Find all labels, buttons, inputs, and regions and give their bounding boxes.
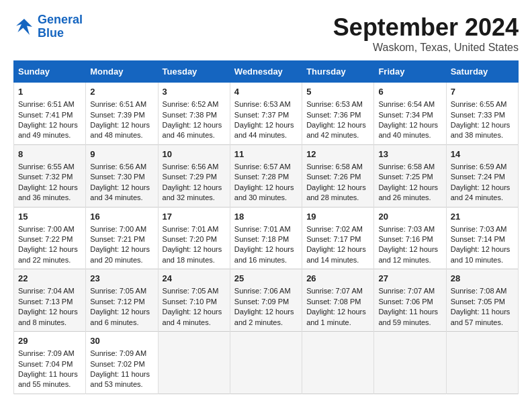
sunrise-label: Sunrise: 7:03 AM [378, 225, 435, 233]
empty-cell [158, 332, 230, 394]
day-cell-25: 25Sunrise: 7:06 AMSunset: 7:09 PMDayligh… [230, 269, 302, 332]
daylight-label: Daylight: 11 hours and 59 minutes. [378, 308, 438, 326]
day-cell-15: 15Sunrise: 7:00 AMSunset: 7:22 PMDayligh… [14, 207, 86, 269]
daylight-label: Daylight: 12 hours and 28 minutes. [306, 183, 366, 201]
sunrise-label: Sunrise: 6:56 AM [90, 163, 146, 171]
day-cell-5: 5Sunrise: 6:53 AMSunset: 7:36 PMDaylight… [302, 83, 374, 145]
sunset-label: Sunset: 7:30 PM [90, 173, 144, 181]
day-cell-30: 30Sunrise: 7:09 AMSunset: 7:02 PMDayligh… [86, 332, 158, 394]
day-number: 27 [378, 273, 441, 285]
day-number: 5 [306, 86, 369, 98]
daylight-label: Daylight: 12 hours and 6 minutes. [90, 308, 150, 326]
sunset-label: Sunset: 7:05 PM [451, 298, 505, 306]
col-friday: Friday [374, 61, 446, 83]
week-row-5: 29Sunrise: 7:09 AMSunset: 7:04 PMDayligh… [14, 332, 519, 394]
daylight-label: Daylight: 12 hours and 1 minute. [306, 308, 366, 326]
daylight-label: Daylight: 12 hours and 18 minutes. [163, 245, 222, 263]
daylight-label: Daylight: 12 hours and 32 minutes. [163, 183, 222, 201]
title-area: September 2024 Waskom, Texas, United Sta… [333, 13, 519, 54]
sunset-label: Sunset: 7:04 PM [18, 360, 73, 368]
day-number: 9 [90, 148, 153, 161]
day-number: 10 [163, 148, 226, 161]
day-number: 19 [306, 211, 369, 223]
sunrise-label: Sunrise: 7:08 AM [451, 287, 507, 295]
week-row-4: 22Sunrise: 7:04 AMSunset: 7:13 PMDayligh… [14, 269, 519, 332]
day-number: 26 [306, 273, 369, 285]
day-cell-21: 21Sunrise: 7:03 AMSunset: 7:14 PMDayligh… [446, 207, 518, 269]
day-cell-1: 1Sunrise: 6:51 AMSunset: 7:41 PMDaylight… [14, 83, 86, 145]
day-cell-2: 2Sunrise: 6:51 AMSunset: 7:39 PMDaylight… [86, 83, 158, 145]
col-saturday: Saturday [446, 61, 518, 83]
day-cell-17: 17Sunrise: 7:01 AMSunset: 7:20 PMDayligh… [158, 207, 230, 269]
daylight-label: Daylight: 12 hours and 38 minutes. [451, 121, 511, 139]
day-number: 12 [306, 148, 369, 161]
col-wednesday: Wednesday [230, 61, 302, 83]
day-cell-23: 23Sunrise: 7:05 AMSunset: 7:12 PMDayligh… [86, 269, 158, 332]
week-row-2: 8Sunrise: 6:55 AMSunset: 7:32 PMDaylight… [14, 144, 519, 207]
sunset-label: Sunset: 7:26 PM [306, 173, 361, 181]
day-number: 2 [90, 86, 153, 98]
calendar-table: Sunday Monday Tuesday Wednesday Thursday… [13, 60, 519, 394]
sunrise-label: Sunrise: 6:53 AM [234, 100, 291, 108]
empty-cell [446, 332, 518, 394]
day-number: 22 [18, 273, 81, 285]
daylight-label: Daylight: 12 hours and 46 minutes. [163, 121, 222, 139]
daylight-label: Daylight: 12 hours and 44 minutes. [234, 121, 294, 139]
day-cell-20: 20Sunrise: 7:03 AMSunset: 7:16 PMDayligh… [374, 207, 446, 269]
day-number: 7 [451, 86, 514, 98]
daylight-label: Daylight: 12 hours and 2 minutes. [234, 308, 294, 326]
day-cell-8: 8Sunrise: 6:55 AMSunset: 7:32 PMDaylight… [14, 144, 86, 207]
sunset-label: Sunset: 7:18 PM [234, 235, 289, 243]
logo: General Blue [13, 13, 83, 40]
sunrise-label: Sunrise: 6:58 AM [378, 163, 435, 171]
sunset-label: Sunset: 7:22 PM [18, 235, 73, 243]
daylight-label: Daylight: 12 hours and 36 minutes. [18, 183, 78, 201]
sunrise-label: Sunrise: 6:58 AM [306, 163, 363, 171]
week-row-3: 15Sunrise: 7:00 AMSunset: 7:22 PMDayligh… [14, 207, 519, 269]
daylight-label: Daylight: 12 hours and 12 minutes. [378, 245, 438, 263]
daylight-label: Daylight: 12 hours and 26 minutes. [378, 183, 438, 201]
logo-icon [13, 16, 35, 38]
daylight-label: Daylight: 12 hours and 16 minutes. [234, 245, 294, 263]
daylight-label: Daylight: 11 hours and 53 minutes. [90, 370, 150, 388]
sunrise-label: Sunrise: 6:55 AM [18, 163, 75, 171]
col-sunday: Sunday [14, 61, 86, 83]
day-number: 21 [451, 211, 514, 223]
daylight-label: Daylight: 12 hours and 49 minutes. [18, 121, 78, 139]
day-number: 3 [163, 86, 226, 98]
sunrise-label: Sunrise: 7:05 AM [163, 287, 219, 295]
sunrise-label: Sunrise: 6:51 AM [90, 100, 146, 108]
day-cell-12: 12Sunrise: 6:58 AMSunset: 7:26 PMDayligh… [302, 144, 374, 207]
col-thursday: Thursday [302, 61, 374, 83]
day-number: 17 [163, 211, 226, 223]
day-number: 15 [18, 211, 81, 223]
sunrise-label: Sunrise: 7:01 AM [234, 225, 291, 233]
day-cell-10: 10Sunrise: 6:56 AMSunset: 7:29 PMDayligh… [158, 144, 230, 207]
day-cell-22: 22Sunrise: 7:04 AMSunset: 7:13 PMDayligh… [14, 269, 86, 332]
daylight-label: Daylight: 11 hours and 55 minutes. [18, 370, 78, 388]
header: General Blue September 2024 Waskom, Texa… [13, 13, 519, 54]
day-number: 4 [234, 86, 298, 98]
sunrise-label: Sunrise: 6:51 AM [18, 100, 75, 108]
sunset-label: Sunset: 7:14 PM [451, 235, 505, 243]
daylight-label: Daylight: 11 hours and 57 minutes. [451, 308, 511, 326]
sunrise-label: Sunrise: 7:04 AM [18, 287, 75, 295]
day-number: 13 [378, 148, 441, 161]
day-cell-3: 3Sunrise: 6:52 AMSunset: 7:38 PMDaylight… [158, 83, 230, 145]
empty-cell [374, 332, 446, 394]
daylight-label: Daylight: 12 hours and 14 minutes. [306, 245, 366, 263]
sunset-label: Sunset: 7:36 PM [306, 111, 361, 119]
sunset-label: Sunset: 7:21 PM [90, 235, 144, 243]
sunrise-label: Sunrise: 7:07 AM [306, 287, 363, 295]
day-number: 8 [18, 148, 81, 161]
sunrise-label: Sunrise: 7:00 AM [18, 225, 75, 233]
day-number: 23 [90, 273, 153, 285]
day-number: 6 [378, 86, 441, 98]
day-cell-11: 11Sunrise: 6:57 AMSunset: 7:28 PMDayligh… [230, 144, 302, 207]
sunset-label: Sunset: 7:10 PM [163, 298, 217, 306]
sunrise-label: Sunrise: 7:09 AM [18, 349, 75, 357]
sunset-label: Sunset: 7:32 PM [18, 173, 73, 181]
sunset-label: Sunset: 7:09 PM [234, 298, 289, 306]
sunrise-label: Sunrise: 6:52 AM [163, 100, 219, 108]
sunset-label: Sunset: 7:28 PM [234, 173, 289, 181]
